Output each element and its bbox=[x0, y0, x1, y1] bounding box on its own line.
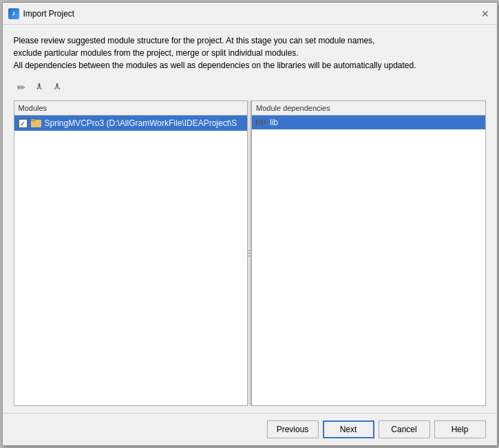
move-up-button[interactable] bbox=[32, 80, 47, 95]
dependencies-header: Module dependencies bbox=[252, 101, 485, 116]
dependency-list-item[interactable]: lib bbox=[252, 116, 485, 129]
module-checkbox[interactable]: ✓ bbox=[19, 119, 28, 128]
previous-button[interactable]: Previous bbox=[267, 420, 319, 438]
cancel-button[interactable]: Cancel bbox=[379, 420, 430, 438]
import-project-dialog: J Import Project ✕ Please review suggest… bbox=[2, 2, 498, 446]
dependencies-list[interactable]: lib bbox=[252, 116, 485, 405]
description-line2: exclude particular modules from the proj… bbox=[14, 47, 486, 59]
toolbar: ✏ bbox=[14, 80, 486, 95]
dialog-footer: Previous Next Cancel Help bbox=[3, 413, 497, 445]
splitter-dots bbox=[248, 250, 250, 257]
modules-panel: Modules ✓ SpringMVCPro3 (D:\AllGramWorkF… bbox=[14, 100, 248, 406]
close-button[interactable]: ✕ bbox=[479, 8, 491, 20]
module-folder-icon bbox=[31, 118, 42, 129]
description-line3: All dependencies between the modules as … bbox=[14, 59, 486, 72]
help-button[interactable]: Help bbox=[434, 420, 486, 438]
next-button[interactable]: Next bbox=[323, 420, 374, 438]
module-name: SpringMVCPro3 (D:\AllGramWorkFile\IDEAPr… bbox=[45, 118, 237, 128]
dependencies-panel: Module dependencies lib bbox=[251, 100, 486, 406]
svg-point-1 bbox=[56, 83, 58, 85]
dialog-title: Import Project bbox=[23, 9, 479, 19]
modules-header: Modules bbox=[14, 101, 248, 116]
svg-rect-4 bbox=[31, 119, 35, 120]
panels-container: Modules ✓ SpringMVCPro3 (D:\AllGramWorkF… bbox=[14, 100, 486, 406]
title-bar: J Import Project ✕ bbox=[3, 3, 497, 25]
svg-point-0 bbox=[38, 83, 40, 85]
module-list-item[interactable]: ✓ SpringMVCPro3 (D:\AllGramWorkFile\IDEA… bbox=[14, 116, 248, 131]
dependency-icon bbox=[256, 119, 266, 126]
app-icon: J bbox=[8, 8, 19, 19]
edit-button[interactable]: ✏ bbox=[14, 80, 29, 95]
dialog-content: Please review suggested module structure… bbox=[3, 25, 497, 413]
description-text: Please review suggested module structure… bbox=[14, 34, 486, 72]
dependency-name: lib bbox=[270, 118, 278, 127]
modules-list[interactable]: ✓ SpringMVCPro3 (D:\AllGramWorkFile\IDEA… bbox=[14, 116, 248, 405]
description-line1: Please review suggested module structure… bbox=[14, 34, 486, 47]
move-down-button[interactable] bbox=[50, 80, 65, 95]
